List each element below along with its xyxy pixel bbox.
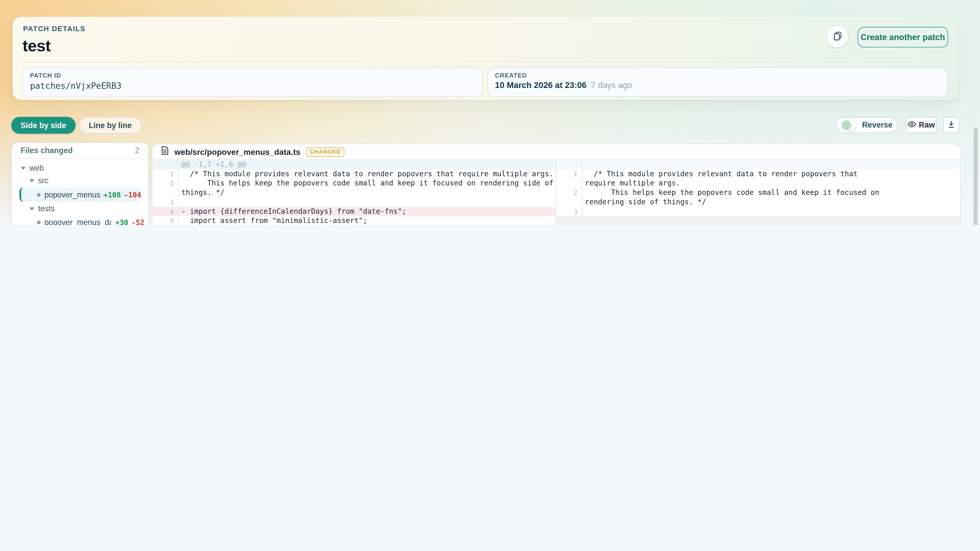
diff-pane-new: 1 /* This module provides relevant data … (556, 160, 960, 225)
file-name: popover_menus_data.ts (45, 190, 100, 199)
folder-label: web (29, 164, 44, 172)
line-number (153, 160, 179, 169)
folder-src[interactable]: src (16, 174, 144, 187)
page-title: test (22, 36, 51, 56)
line-number: 5 (153, 216, 179, 225)
files-changed-header: Files changed 2 (12, 143, 148, 159)
reverse-label: Reverse (862, 121, 892, 129)
patch-id-value: patches/nVjxPeERB3 (30, 81, 121, 91)
diff-row-ctx: 1 /* This module provides relevant data … (556, 169, 960, 188)
code-text (582, 207, 883, 216)
code-text: /* This module provides relevant data to… (582, 169, 883, 188)
diff-row-gap (556, 216, 960, 225)
line-number: 2 (153, 179, 179, 197)
diff-row-hunk: @@ -1,7 +1,6 @@ (153, 160, 556, 169)
diff-viewer: web/src/popover_menus_data.ts CHANGED @@… (152, 144, 961, 225)
code-text: import assert from "minimalistic-assert"… (179, 216, 555, 225)
view-mode-toggle: Side by side Line by line (11, 117, 142, 134)
additions-count: +108 (103, 190, 121, 199)
deletions-count: -104 (124, 190, 142, 199)
raw-button[interactable]: Raw (906, 117, 937, 133)
diff-actions: Reverse Raw (835, 117, 959, 133)
page-scrollbar[interactable] (973, 124, 978, 225)
diff-row-ctx: 3 (556, 207, 960, 216)
header-divider (22, 62, 947, 62)
patch-details-page: PATCH DETAILS test Create another patch … (0, 0, 980, 225)
hunk-header: @@ -1,7 +1,6 @@ (179, 160, 555, 169)
code-text: /* This module provides relevant data to… (179, 169, 555, 179)
additions-count: +30 (115, 218, 128, 225)
download-button[interactable] (943, 117, 959, 133)
diff-row-ctx: 3 (153, 197, 556, 207)
chevron-down-icon (29, 207, 35, 210)
line-number: 3 (153, 197, 179, 207)
diff-row-del: 4- import {differenceInCalendarDays} fro… (153, 207, 556, 216)
diff-row-pad (556, 160, 960, 169)
diff-row-ctx: 5 import assert from "minimalistic-asser… (153, 216, 556, 225)
download-icon (948, 119, 955, 130)
line-by-line-label: Line by line (89, 121, 132, 130)
created-label: CREATED (495, 72, 527, 79)
files-changed-count: 2 (135, 146, 139, 155)
line-number (556, 216, 583, 225)
diff-row-ctx: 2 This helps keep the popovers code smal… (556, 188, 960, 206)
chevron-down-icon (29, 179, 35, 182)
status-badge: CHANGED (306, 147, 345, 157)
files-changed-panel: Files changed 2 web src popover_menus_da… (11, 142, 149, 225)
create-another-patch-button[interactable]: Create another patch (858, 27, 948, 48)
toggle-knob-icon (842, 120, 851, 130)
reverse-toggle[interactable]: Reverse (835, 117, 898, 133)
file-bullet-icon (37, 193, 41, 197)
line-number: 3 (556, 207, 583, 216)
file-item-popover-menus-data-ts[interactable]: popover_menus_data.ts +108 -104 (19, 187, 142, 202)
folder-label: src (38, 176, 48, 185)
line-number: 4 (153, 207, 179, 216)
file-bullet-icon (37, 220, 41, 224)
diff-file-path: web/src/popover_menus_data.ts (174, 147, 301, 157)
scrollbar-thumb[interactable] (974, 127, 978, 225)
diff-row-ctx: 1 /* This module provides relevant data … (153, 169, 556, 179)
line-number: 1 (556, 169, 583, 188)
patch-id-box: PATCH ID patches/nVjxPeERB3 (22, 67, 482, 97)
patch-id-label: PATCH ID (30, 72, 61, 79)
copy-icon (833, 31, 842, 43)
code-text (179, 197, 555, 207)
line-number (556, 160, 583, 169)
folder-tests[interactable]: tests (16, 202, 144, 215)
toggle-track-icon[interactable] (841, 120, 857, 130)
side-by-side-label: Side by side (21, 121, 66, 130)
raw-label: Raw (919, 121, 935, 129)
create-another-patch-label: Create another patch (861, 32, 945, 42)
side-by-side-button[interactable]: Side by side (11, 117, 76, 134)
folder-web[interactable]: web (16, 162, 144, 174)
deletions-count: -52 (131, 218, 145, 225)
code-text (582, 160, 883, 169)
file-tree: web src popover_menus_data.ts +108 -104 … (12, 159, 148, 225)
created-datetime: 10 March 2026 at 23:06 (495, 81, 587, 90)
code-text (582, 216, 883, 225)
chevron-down-icon (21, 167, 26, 170)
diff-body: @@ -1,7 +1,6 @@1 /* This module provides… (153, 160, 960, 225)
code-text: This helps keep the popovers code small … (179, 179, 555, 197)
diff-row-ctx: 2 This helps keep the popovers code smal… (153, 179, 556, 197)
code-text: - import {differenceInCalendarDays} from… (179, 207, 555, 216)
eye-icon (907, 121, 916, 129)
file-item-popover-menus-data-test[interactable]: popover_menus_data.te... +30 -52 (16, 215, 144, 225)
line-number: 2 (556, 188, 583, 206)
line-by-line-button[interactable]: Line by line (79, 117, 142, 134)
created-value: 10 March 2026 at 23:067 days ago (495, 81, 632, 90)
code-text: This helps keep the popovers code small … (582, 188, 883, 206)
line-number: 1 (153, 169, 179, 179)
header-card: PATCH DETAILS test Create another patch … (13, 17, 958, 100)
created-box: CREATED 10 March 2026 at 23:067 days ago (487, 67, 947, 97)
files-changed-title: Files changed (21, 146, 73, 155)
document-icon (161, 146, 169, 157)
copy-button[interactable] (827, 26, 848, 48)
created-relative: 7 days ago (591, 81, 632, 90)
file-name: popover_menus_data.te... (45, 218, 111, 225)
diff-file-header: web/src/popover_menus_data.ts CHANGED (153, 144, 960, 160)
section-label: PATCH DETAILS (23, 25, 86, 32)
folder-label: tests (38, 204, 55, 213)
diff-pane-old: @@ -1,7 +1,6 @@1 /* This module provides… (153, 160, 556, 225)
